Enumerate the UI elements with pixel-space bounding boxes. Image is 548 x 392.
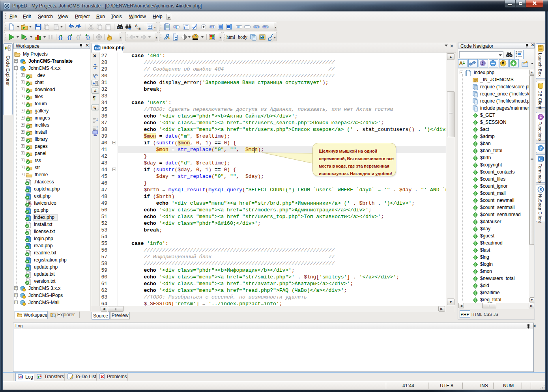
svg-text:O!: O! (19, 375, 22, 379)
svg-text:{}: {} (58, 34, 62, 40)
svg-text:a|: a| (174, 26, 177, 29)
svg-text:Sub: Sub (254, 25, 259, 28)
svg-text:S: S (540, 188, 542, 192)
svg-text:hid: hid (210, 25, 214, 28)
svg-text:PHP: PHP (95, 47, 101, 50)
svg-text:?: ? (540, 146, 542, 151)
svg-text:D: D (24, 37, 27, 41)
svg-text:×I: ×I (237, 26, 239, 28)
svg-text:#: # (502, 61, 504, 65)
svg-text:A: A (459, 60, 463, 66)
svg-text:B: B (138, 27, 141, 30)
svg-text:A: A (135, 24, 138, 28)
svg-text:S: S (481, 62, 484, 65)
svg-text:Res: Res (263, 25, 268, 28)
svg-text:F: F (540, 115, 542, 119)
